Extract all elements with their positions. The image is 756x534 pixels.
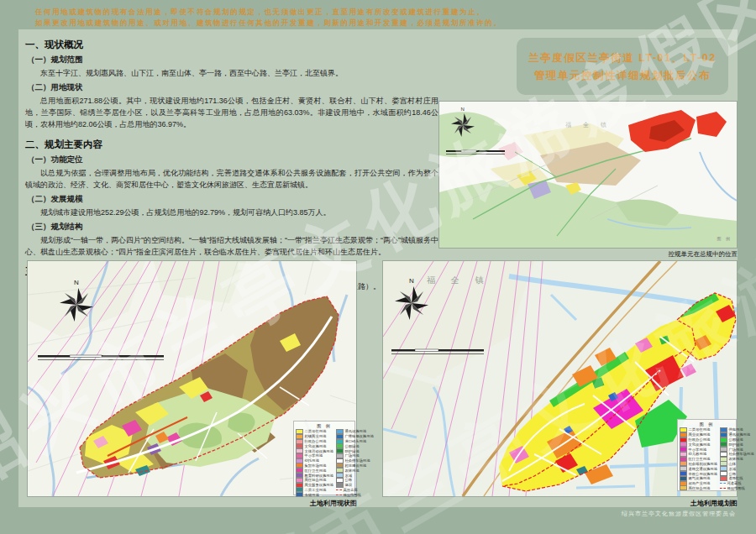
- legend-label: 商业服务设施用地: [305, 483, 333, 487]
- section-2-sub-1: （一）功能定位: [25, 154, 438, 165]
- legend-label: 商住混合用地: [305, 478, 327, 482]
- legend-label: 道路交通设施用地: [689, 467, 717, 471]
- legend-label: 港口码头用地: [344, 439, 366, 443]
- legend-label: 幼托用地: [305, 458, 319, 463]
- legend-label: 行政办公用地: [305, 439, 327, 443]
- section-1-heading: 一、现状概况: [25, 39, 438, 51]
- legend-swatch: [296, 492, 303, 497]
- legend-label: 广场用地: [728, 448, 743, 452]
- legend-label: 通讯设施用地: [728, 432, 750, 437]
- location-map-caption: 控规单元在总规中的位置: [438, 250, 738, 259]
- svg-text:N: N: [74, 279, 79, 286]
- legend-label: 防护绿地: [344, 449, 359, 453]
- legend-label: 河道蓝线: [727, 481, 741, 485]
- title-line-2: 管理单元控制性详细规划批后公布: [517, 67, 728, 85]
- section-1-para-2: 总用地面积271.88公顷。其中，现状建设用地约171.36公顷，包括金庄村、黄…: [25, 95, 438, 130]
- legend-label: 行政办公用地: [689, 437, 711, 442]
- legend-label: 村镇商业用地: [305, 434, 327, 438]
- legend-label: 堤坝: [344, 483, 352, 487]
- section-2-heading: 二、规划主要内容: [25, 139, 438, 151]
- authority-credit: 绍兴市兰亭文化旅游度假区管理委员会: [622, 510, 736, 518]
- planned-map-caption: 土地利用规划图: [382, 499, 738, 508]
- legend-label: 规划范围线: [727, 486, 744, 490]
- planned-map-legend: 图 例 二类居住用地商业设施用地行政办公用地文化设施用地中小学用地幼儿园用地医疗…: [677, 419, 737, 491]
- legend-label: 二类居住用地: [305, 429, 327, 433]
- announcement-title-box: 兰亭度假区兰亭街道 LT-01、LT-02 管理单元控制性详细规划批后公布: [517, 38, 728, 95]
- section-1-para-1: 东至十字江、规划惠风路、山下江，南至山体、亭一路，西至中心路、兰亭江，北至镇界。: [25, 67, 438, 79]
- location-map-legend-label: 图 例: [717, 236, 732, 241]
- legend-label: 公园绿地: [728, 437, 743, 442]
- legend-label: 广播电视设施用地: [344, 434, 373, 438]
- legend-label: 二类工业用地: [305, 488, 327, 492]
- legend-title: 图 例: [296, 423, 353, 428]
- current-map-legend: 图 例 二类居住用地村镇商业用地行政办公用地文化设施用地文体活动设施用地中小学用…: [293, 421, 355, 495]
- legend-label: 旅游产业用地: [689, 481, 711, 485]
- legend-swatch: [336, 490, 342, 490]
- section-2-para-2: 规划城市建设用地252.29公顷，占规划总用地的92.79%，规划可容纳人口约3…: [25, 207, 438, 218]
- section-1-sub-1: （一）规划范围: [25, 55, 438, 65]
- town-label: 福 全 镇: [565, 122, 612, 128]
- legend-label: 商住混合用地: [689, 486, 711, 490]
- title-line-1: 兰亭度假区兰亭街道 LT-01、LT-02: [517, 50, 728, 67]
- legend-swatch: [720, 483, 726, 484]
- town-label: 福 全 镇: [427, 275, 491, 285]
- legend-label: 文体活动设施用地: [305, 449, 333, 453]
- location-map-graphic: N 福 全 镇: [439, 102, 737, 248]
- current-landuse-map: N 图 例 二类居住用地村镇商业用地行政办公用地文化设施用地文体活动设施用地中小…: [27, 260, 357, 497]
- svg-text:N: N: [461, 107, 465, 112]
- legend-swatch: [336, 495, 342, 495]
- legend-label: 公路: [728, 472, 736, 476]
- legend-title: 图 例: [680, 421, 734, 427]
- legend-row: 规划范围线: [336, 492, 374, 497]
- legend-label: 医疗卫生用地: [689, 457, 711, 461]
- legend-swatch: [720, 488, 726, 489]
- legend-label: 医疗卫生用地: [305, 469, 327, 473]
- legend-label: 商业设施用地: [689, 432, 711, 437]
- legend-label: 教育科研设施用地: [305, 474, 333, 478]
- top-banner: 任何用地或建筑物的现有合法用途，即使不符合规划的规定，也无须做出更正，直至用途有…: [35, 7, 732, 28]
- legend-row: 仓储用地: [296, 492, 333, 497]
- legend-label: 农林用地: [344, 469, 359, 473]
- svg-text:N: N: [409, 277, 414, 285]
- section-2-para-3: 规划形成“一轴一带，两心四片”的空间结构。“一轴”指绍大线城镇发展轴；“一带”指…: [25, 234, 438, 258]
- location-map: N 福 全 镇 图 例: [438, 101, 738, 249]
- planning-poster: 任何用地或建筑物的现有合法用途，即使不符合规划的规定，也无须做出更正，直至用途有…: [0, 0, 756, 534]
- legend-label: 二类居住用地: [689, 427, 711, 432]
- legend-label: 幼儿园用地: [689, 452, 706, 456]
- banner-line-2: 如果更改用地或建筑物的用途、或对用地、建筑物进行任何其他的开发重建，则新的用途和…: [35, 18, 732, 29]
- legend-label: 文化设施用地: [689, 442, 711, 447]
- legend-row: 商住混合用地: [680, 486, 717, 491]
- legend-label: 公路: [344, 478, 352, 482]
- legend-label: 市政公用设施用地: [689, 472, 717, 476]
- legend-label: 中小学用地: [689, 448, 706, 452]
- legend-label: 山体: [728, 462, 736, 466]
- legend-label: 防护绿地: [728, 442, 743, 447]
- section-2-sub-3: （三）规划结构: [25, 222, 438, 233]
- legend-label: 农林用地: [728, 457, 743, 461]
- legend-label: 社会停车场用地: [728, 452, 753, 456]
- section-2-para-1: 以总规为依据，合理调整用地布局，优化功能结构，完善道路交通体系和公共服务设施配套…: [25, 167, 438, 191]
- planned-landuse-map: 福 全 镇 N 图 例: [382, 260, 738, 497]
- current-map-caption: 土地利用现状图: [27, 499, 357, 508]
- legend-swatch: [680, 485, 687, 490]
- legend-label: 高压走廊: [343, 488, 357, 492]
- content-panel: 一、现状概况 （一）规划范围 东至十字江、规划惠风路、山下江，南至山体、亭一路，…: [18, 29, 738, 507]
- legend-label: 通讯设施用地: [344, 429, 366, 433]
- legend-label: 社会福利设施用地: [689, 462, 717, 466]
- section-1-sub-2: （二）用地现状: [25, 82, 438, 93]
- banner-line-1: 任何用地或建筑物的现有合法用途，即使不符合规划的规定，也无须做出更正，直至用途有…: [35, 7, 732, 18]
- legend-label: 村庄建设用地: [344, 463, 366, 468]
- legend-label: 水域: [344, 474, 352, 478]
- legend-label: 供电用地: [728, 427, 743, 432]
- text-column: 一、现状概况 （一）规划范围 东至十字江、规划惠风路、山下江，南至山体、亭一路，…: [25, 34, 438, 293]
- legend-label: 文化设施用地: [305, 444, 327, 448]
- legend-label: 水域: [728, 467, 736, 471]
- legend-label: 中小学用地: [305, 453, 323, 458]
- legend-label: 社会停车场用地: [344, 458, 370, 463]
- legend-label: 燃气设施用地: [689, 476, 711, 480]
- section-2-sub-2: （二）发展规模: [25, 194, 438, 205]
- legend-label: 规划范围线: [343, 493, 360, 497]
- legend-label: 仓储用地: [305, 493, 319, 497]
- legend-label: 广场用地: [344, 453, 359, 458]
- legend-label: 道路红线: [728, 476, 743, 480]
